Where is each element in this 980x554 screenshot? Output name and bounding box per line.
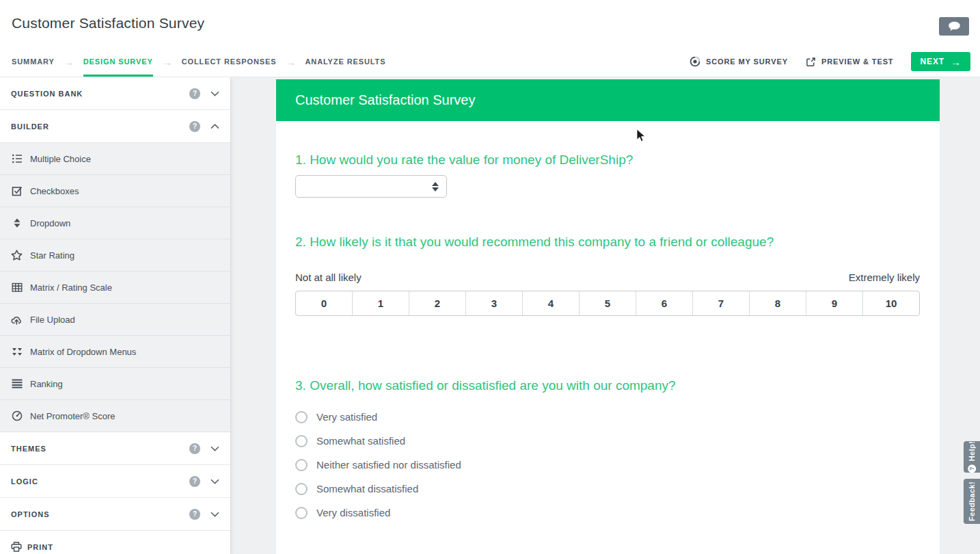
question-3-options: Very satisfied Somewhat satisfied Neithe… [295,405,920,525]
next-label: NEXT [920,57,944,66]
tab-analyze-results[interactable]: ANALYZE RESULTS [305,47,385,77]
sidebar-item-file-upload[interactable]: File Upload [0,304,230,336]
gauge-icon [11,410,23,421]
preview-test-button[interactable]: PREVIEW & TEST [806,57,894,67]
sidebar-section-logic[interactable]: LOGIC ? [0,465,230,498]
chat-button[interactable] [939,17,969,36]
star-icon [11,250,23,261]
sidebar-item-net-promoter-score[interactable]: Net Promoter® Score [0,400,230,432]
tab-collect-responses[interactable]: COLLECT RESPONSES [182,47,277,77]
score-my-survey-label: SCORE MY SURVEY [706,57,788,66]
nps-cell-10[interactable]: 10 [862,291,919,315]
help-tab[interactable]: ? Help! [964,441,980,473]
score-my-survey-button[interactable]: SCORE MY SURVEY [690,56,788,67]
sidebar-section-print[interactable]: PRINT [0,531,230,554]
question-1-dropdown[interactable] [295,175,447,198]
radio-option-label: Somewhat dissatisfied [316,483,418,494]
sidebar-section-options[interactable]: OPTIONS ? [0,498,230,531]
dropdown-icon [11,217,23,228]
tab-summary[interactable]: SUMMARY [12,47,55,77]
radio-option-label: Very dissatisfied [316,507,390,518]
survey-title-banner[interactable]: Customer Satisfaction Survey [276,79,940,121]
help-circle-icon[interactable]: ? [189,121,200,132]
sidebar-item-label: Ranking [30,379,63,389]
nps-scale-labels: Not at all likely Extremely likely [295,272,920,283]
options-label: OPTIONS [11,510,189,518]
radio-button-icon[interactable] [295,459,308,471]
survey-page: Customer Satisfaction Survey 1. How woul… [276,79,940,554]
nps-cell-5[interactable]: 5 [579,291,636,315]
radio-option-label: Neither satisfied nor dissatisfied [316,459,461,471]
help-circle-icon[interactable]: ? [189,509,200,520]
radio-option-somewhat-satisfied[interactable]: Somewhat satisfied [295,429,920,453]
radio-button-icon[interactable] [295,435,308,447]
radio-button-icon[interactable] [295,507,308,519]
top-header: Customer Satisfaction Survey [0,0,980,47]
nps-cell-7[interactable]: 7 [692,291,749,315]
question-2[interactable]: 2. How likely is it that you would recom… [295,234,920,316]
preview-test-label: PREVIEW & TEST [821,57,894,66]
nps-cell-4[interactable]: 4 [522,291,579,315]
radio-option-very-satisfied[interactable]: Very satisfied [295,405,920,429]
sidebar-section-themes[interactable]: THEMES ? [0,432,230,465]
bullseye-icon [690,56,700,67]
feedback-tab-label: Feedback! [968,482,976,521]
sidebar-item-label: Matrix / Rating Scale [30,282,112,293]
sidebar-item-star-rating[interactable]: Star Rating [0,239,230,272]
sidebar-item-label: Net Promoter® Score [30,411,115,421]
ranking-bars-icon [11,379,23,388]
sidebar-item-multiple-choice[interactable]: Multiple Choice [0,143,230,175]
grid-icon [11,282,23,293]
next-button[interactable]: NEXT → [911,52,970,71]
help-circle-icon[interactable]: ? [189,443,200,454]
radio-option-label: Somewhat satisfied [316,435,405,447]
chevron-down-icon [210,512,219,517]
nps-cell-0[interactable]: 0 [296,291,352,315]
nps-cell-3[interactable]: 3 [465,291,522,315]
help-question-icon: ? [968,464,976,473]
nps-cell-2[interactable]: 2 [409,291,465,315]
radio-option-somewhat-dissatisfied[interactable]: Somewhat dissatisfied [295,477,920,501]
radio-option-label: Very satisfied [316,411,377,423]
nps-left-label: Not at all likely [295,272,362,283]
checkbox-icon [11,185,23,196]
cloud-upload-icon [11,315,23,325]
sidebar-item-matrix-of-dropdown-menus[interactable]: Matrix of Dropdown Menus [0,336,230,368]
sidebar-item-matrix-rating-scale[interactable]: Matrix / Rating Scale [0,272,230,304]
print-label: PRINT [27,543,53,551]
radio-option-very-dissatisfied[interactable]: Very dissatisfied [295,501,920,525]
question-3-title: 3. Overall, how satisfied or dissatisfie… [295,378,920,393]
logic-label: LOGIC [11,477,189,486]
sidebar-item-label: Dropdown [30,218,70,228]
sidebar: QUESTION BANK ? BUILDER ? Multiple Choic… [0,77,231,554]
themes-label: THEMES [11,445,189,453]
select-spinner-icon [432,182,439,192]
radio-button-icon[interactable] [295,411,308,423]
tab-design-survey[interactable]: DESIGN SURVEY [83,47,153,77]
question-1[interactable]: 1. How would you rate the value for mone… [295,152,920,198]
radio-button-icon[interactable] [295,483,308,495]
nps-cell-9[interactable]: 9 [806,291,862,315]
nps-cell-6[interactable]: 6 [636,291,692,315]
sidebar-item-ranking[interactable]: Ranking [0,368,230,400]
sidebar-item-label: File Upload [30,315,75,325]
nps-scale: 0 1 2 3 4 5 6 7 8 9 10 [295,291,920,316]
sidebar-section-question-bank[interactable]: QUESTION BANK ? [0,77,230,110]
help-circle-icon[interactable]: ? [189,476,200,487]
feedback-tab[interactable]: Feedback! [964,479,980,524]
page-title: Customer Satisfaction Survey [12,15,204,31]
content-area: QUESTION BANK ? BUILDER ? Multiple Choic… [0,77,980,554]
sidebar-item-checkboxes[interactable]: Checkboxes [0,175,230,207]
nps-cell-8[interactable]: 8 [749,291,806,315]
sidebar-item-label: Matrix of Dropdown Menus [30,347,136,357]
nps-cell-1[interactable]: 1 [352,291,409,315]
chevron-down-icon [210,91,219,96]
sidebar-section-builder[interactable]: BUILDER ? [0,110,230,143]
sidebar-item-label: Multiple Choice [30,154,91,164]
help-circle-icon[interactable]: ? [189,88,200,99]
question-bank-label: QUESTION BANK [11,90,189,98]
nav-actions: SCORE MY SURVEY PREVIEW & TEST NEXT → [690,47,980,77]
question-3[interactable]: 3. Overall, how satisfied or dissatisfie… [295,378,920,525]
radio-option-neither[interactable]: Neither satisfied nor dissatisfied [295,453,920,477]
sidebar-item-dropdown[interactable]: Dropdown [0,207,230,239]
